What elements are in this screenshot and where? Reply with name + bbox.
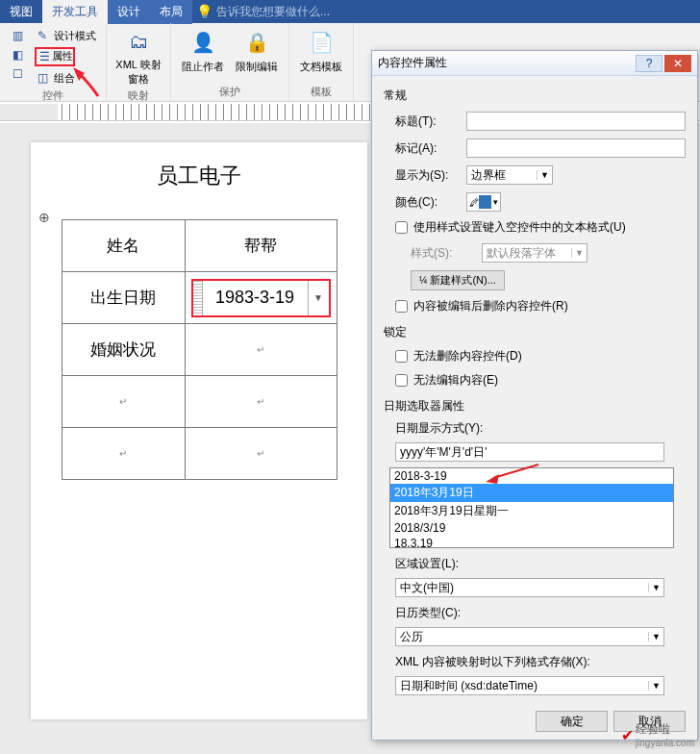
section-dateprops: 日期选取器属性 (384, 398, 686, 415)
fmt-opt-4[interactable]: 18.3.19 (390, 536, 673, 548)
watermark-text2: jingyanla.com (636, 738, 694, 748)
date-picker-control[interactable]: 1983-3-19 ▼ (191, 279, 331, 317)
style-combo: 默认段落字体▼ (482, 243, 588, 263)
use-style-checkbox[interactable] (395, 221, 408, 234)
color-label: 颜色(C): (395, 194, 461, 211)
empty-row1-val: ↵ (185, 376, 337, 428)
section-locking: 锁定 (384, 324, 686, 340)
ok-button[interactable]: 确定 (536, 711, 608, 732)
tag-label: 标记(A): (395, 140, 461, 157)
bulb-icon: 💡 (196, 4, 212, 19)
control-placeholder1[interactable]: ▥ (8, 27, 27, 44)
dialog-titlebar[interactable]: 内容控件属性 ? ✕ (372, 51, 697, 76)
group-mapping: 🗂 XML 映射窗格 映射 (107, 23, 171, 101)
date-value: 1983-3-19 (203, 288, 308, 308)
tab-view[interactable]: 视图 (0, 0, 42, 24)
lock-icon: 🔒 (241, 27, 272, 58)
remove-after-edit-checkbox[interactable] (395, 300, 408, 313)
remove-after-edit-label: 内容被编辑后删除内容控件(R) (413, 298, 568, 314)
group-protect: 👤 阻止作者 🔒 限制编辑 保护 (171, 23, 289, 101)
page: 员工电子 ⊕ 姓名 帮帮 出生日期 1983-3-19 ▼ 婚姻状况 ↵ (31, 142, 367, 719)
design-mode-button[interactable]: ✎设计模式 (33, 27, 98, 44)
empty-row1-lbl: ↵ (62, 376, 185, 428)
locale-combo[interactable]: 中文(中国)▼ (395, 578, 664, 597)
tab-developer[interactable]: 开发工具 (42, 0, 108, 24)
no-delete-checkbox[interactable] (395, 350, 408, 363)
cell-marriage[interactable]: ↵ (185, 324, 337, 376)
xml-icon: 🗂 (123, 27, 154, 56)
dialog-close-button[interactable]: ✕ (664, 55, 691, 72)
tab-layout[interactable]: 布局 (150, 0, 192, 24)
fmt-opt-1[interactable]: 2018年3月19日 (390, 484, 673, 502)
empty-row2-lbl: ↵ (62, 428, 185, 480)
word-icon: 📄 (306, 27, 337, 58)
dialog-help-button[interactable]: ? (636, 55, 662, 72)
no-delete-label: 无法删除内容控件(D) (413, 348, 522, 364)
calendar-combo[interactable]: 公历▼ (395, 627, 664, 646)
calendar-label: 日历类型(C): (395, 605, 686, 621)
group-button[interactable]: ◫组合 (33, 69, 98, 87)
block-author-button[interactable]: 👤 阻止作者 (179, 27, 227, 83)
color-picker[interactable]: 🖉▾ (466, 192, 501, 212)
fmt-opt-0[interactable]: 2018-3-19 (390, 468, 673, 484)
section-general: 常规 (384, 88, 686, 104)
control-placeholder3[interactable]: ☐ (8, 65, 27, 83)
watermark: ✔ 经验啦 jingyanla.com (621, 721, 694, 748)
xml-store-combo[interactable]: 日期和时间 (xsd:dateTime)▼ (395, 676, 664, 695)
style-label: 样式(S): (411, 245, 476, 262)
group-controls: ▥ ◧ ☐ ✎设计模式 ☰属性 ◫组合 控件 (0, 23, 107, 101)
cell-birth: 1983-3-19 ▼ (185, 272, 337, 324)
control-placeholder2[interactable]: ◧ (8, 46, 27, 63)
title-label: 标题(T): (395, 113, 461, 130)
dialog-title-text: 内容控件属性 (378, 55, 447, 71)
use-style-label: 使用样式设置键入空控件中的文本格式(U) (413, 219, 626, 236)
empty-row2-val: ↵ (185, 428, 337, 480)
label-birth: 出生日期 (62, 272, 185, 324)
date-format-input[interactable] (395, 442, 664, 462)
label-name: 姓名 (62, 220, 185, 272)
title-input[interactable] (466, 112, 686, 131)
fmt-opt-3[interactable]: 2018/3/19 (390, 520, 673, 536)
content-control-properties-dialog: 内容控件属性 ? ✕ 常规 标题(T): 标记(A): 显示为(S): 边界框▼… (371, 50, 698, 741)
template-group-label: 模板 (297, 85, 345, 99)
doc-title: 员工电子 (31, 162, 367, 190)
xml-store-label: XML 内容被映射时以下列格式存储(X): (395, 654, 686, 670)
label-marriage: 婚姻状况 (62, 324, 185, 376)
restrict-edit-button[interactable]: 🔒 限制编辑 (233, 27, 281, 83)
controls-group-label: 控件 (8, 88, 98, 103)
tag-input[interactable] (466, 138, 686, 158)
form-table: 姓名 帮帮 出生日期 1983-3-19 ▼ 婚姻状况 ↵ ↵ ↵ (62, 219, 338, 480)
no-edit-checkbox[interactable] (395, 374, 408, 387)
locale-label: 区域设置(L): (395, 556, 686, 572)
block-icon: 👤 (188, 27, 218, 58)
date-format-listbox[interactable]: 2018-3-19 2018年3月19日 2018年3月19日星期一 2018/… (389, 467, 674, 548)
ribbon-tabs: 视图 开发工具 设计 布局 💡 告诉我您想要做什么... (0, 0, 700, 23)
watermark-check-icon: ✔ (621, 726, 634, 744)
color-swatch (479, 195, 491, 209)
date-dropdown-button[interactable]: ▼ (308, 281, 329, 315)
mapping-group-label: 映射 (114, 88, 162, 103)
new-style-button: ¼ 新建样式(N)... (411, 270, 505, 290)
tell-me-text: 告诉我您想要做什么... (216, 4, 330, 20)
anchor-icon[interactable]: ⊕ (38, 210, 50, 225)
properties-button[interactable]: ☰属性 (33, 46, 98, 67)
cell-bang: 帮帮 (185, 220, 337, 272)
tab-design[interactable]: 设计 (108, 0, 150, 24)
date-format-label: 日期显示方式(Y): (395, 420, 686, 437)
dialog-body: 常规 标题(T): 标记(A): 显示为(S): 边界框▼ 颜色(C): 🖉▾ … (372, 76, 697, 707)
group-template: 📄 文档模板 模板 (289, 23, 354, 101)
xml-mapping-button[interactable]: 🗂 XML 映射窗格 (114, 27, 162, 87)
showas-combo[interactable]: 边界框▼ (466, 165, 553, 185)
doc-template-button[interactable]: 📄 文档模板 (297, 27, 345, 83)
grip-handle[interactable] (193, 281, 203, 315)
tell-me-search[interactable]: 💡 告诉我您想要做什么... (196, 4, 330, 20)
fmt-opt-2[interactable]: 2018年3月19日星期一 (390, 502, 673, 520)
protect-group-label: 保护 (179, 85, 281, 99)
watermark-text1: 经验啦 (636, 721, 694, 738)
no-edit-label: 无法编辑内容(E) (413, 372, 498, 389)
showas-label: 显示为(S): (395, 167, 461, 184)
